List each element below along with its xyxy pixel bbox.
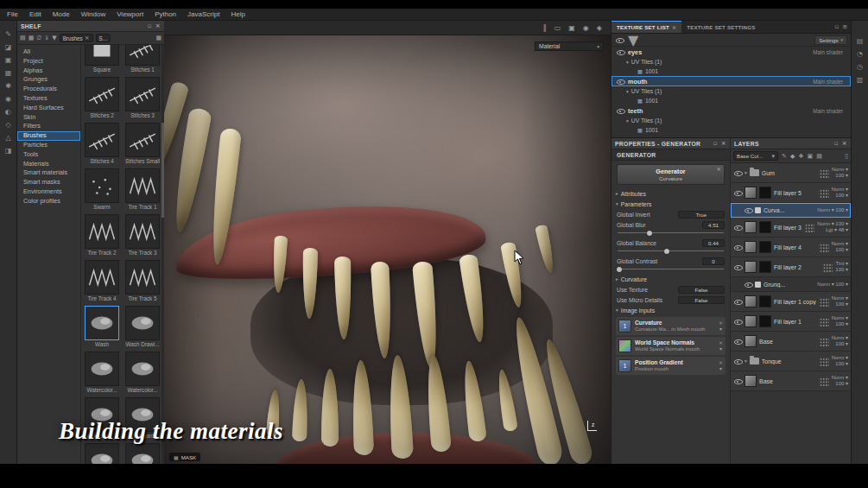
close-panel-icon[interactable]: ×	[155, 22, 161, 29]
stack-icon[interactable]: ▣	[568, 24, 575, 32]
category-skin[interactable]: Skin	[17, 113, 80, 123]
layer-row-fill-layer-4[interactable]: Fill layer 4Norm ▾100 ▾	[731, 238, 851, 257]
visibility-icon[interactable]	[733, 358, 742, 365]
visibility-icon[interactable]	[744, 281, 752, 288]
history-panel-icon[interactable]: ◷	[852, 62, 868, 72]
display-settings-panel-icon[interactable]: ◔	[852, 49, 868, 59]
uv-tile-row[interactable]: ▦1001	[611, 125, 851, 135]
texture-set-mouth[interactable]: mouthMain shader	[611, 76, 851, 86]
category-all[interactable]: All	[17, 48, 80, 57]
visibility-icon[interactable]	[733, 189, 742, 197]
visibility-icon[interactable]	[733, 298, 742, 306]
global-balance-value[interactable]: 0.44	[702, 239, 725, 247]
brush-item[interactable]: Square	[83, 45, 121, 73]
menu-javascript[interactable]: JavaScript	[187, 10, 219, 18]
visibility-icon[interactable]	[733, 377, 742, 385]
filter-funnel-icon[interactable]: ▼	[628, 32, 638, 48]
chevron-down-icon[interactable]: ▾	[744, 358, 747, 364]
layer-row-grung[interactable]: Grung...Norm ▾ 100 ▾	[731, 277, 851, 292]
visibility-icon[interactable]	[616, 48, 624, 56]
chevron-down-icon[interactable]: ▾	[744, 170, 747, 175]
uv-tiles-row[interactable]: ▾UV Tiles (1)	[611, 86, 851, 96]
folder-icon[interactable]: ▤	[20, 35, 26, 41]
category-project[interactable]: Project	[17, 57, 80, 67]
menu-window[interactable]: Window	[81, 10, 105, 18]
brush-item[interactable]: Stitches Small	[124, 123, 162, 165]
material-picker-tool[interactable]: ◇	[0, 120, 16, 130]
opacity-value[interactable]: 100 ▾	[835, 341, 848, 347]
category-filters[interactable]: Filters	[17, 122, 80, 131]
viewport-3d[interactable]: Material ▾ ▦ MASK z	[164, 35, 611, 464]
thumbnail-size-icon[interactable]: ▦	[155, 35, 162, 41]
brush-item[interactable]: Tire Track 1	[124, 168, 162, 211]
projection-tool[interactable]: ▣	[0, 55, 16, 65]
brush-icon[interactable]: ◆	[790, 153, 795, 160]
visibility-icon[interactable]	[733, 244, 742, 251]
channel-filter-dropdown[interactable]: Base Col...▾	[733, 151, 778, 161]
add-layer-icon[interactable]: ▣	[808, 153, 814, 160]
opacity-value[interactable]: 100 ▾	[835, 173, 848, 179]
visibility-icon[interactable]	[616, 107, 624, 115]
search-filter-chip-2[interactable]: S...	[96, 34, 111, 42]
uv-tiles-row[interactable]: ▾UV Tiles (1)	[611, 116, 851, 125]
layer-row-fill-layer-1-copy-1[interactable]: Fill layer 1 copy 1Norm ▾100 ▾	[731, 292, 851, 312]
category-hard-surfaces[interactable]: Hard Surfaces	[17, 104, 80, 113]
search-filter-chip[interactable]: Brushes×	[60, 34, 93, 42]
snapshot-icon[interactable]: ◉	[583, 24, 589, 32]
opacity-value[interactable]: 100 ▾	[835, 267, 848, 273]
visibility-icon[interactable]	[733, 224, 742, 231]
brush-item[interactable]: Wet Hard B...	[83, 443, 121, 464]
visibility-icon[interactable]	[616, 78, 624, 86]
menu-file[interactable]: File	[7, 10, 18, 18]
visibility-icon[interactable]	[615, 36, 624, 44]
chevron-down-icon[interactable]: ▾	[719, 346, 722, 352]
layer-row-fill-layer-3[interactable]: Fill layer 3Norm ▾ 100 ▾Lgt ▾ 48 ▾	[731, 218, 851, 238]
brush-item[interactable]: Tire Track 3	[124, 214, 162, 257]
global-contrast-value[interactable]: 0	[702, 257, 725, 265]
opacity-value[interactable]: 100 ▾	[835, 321, 848, 327]
category-grunges[interactable]: Grunges	[17, 75, 80, 85]
polygon-fill-tool[interactable]: ▦	[0, 68, 16, 78]
paint-brush-tool[interactable]: ✎	[0, 29, 16, 39]
blend-mode[interactable]: Norm ▾ 100 ▾	[817, 221, 848, 227]
blend-mode[interactable]: Norm ▾	[832, 187, 848, 193]
float-panel-icon[interactable]: ▫	[834, 140, 839, 147]
layer-row-tongue[interactable]: ▾TongueNorm ▾100 ▾	[731, 352, 851, 371]
category-color-profiles[interactable]: Color profiles	[17, 197, 80, 206]
image-input-card[interactable]: 1Position GradientPosition mouth×▾	[616, 357, 725, 375]
pencil-icon[interactable]: ✎	[782, 153, 787, 160]
blend-mode[interactable]: Norm ▾	[832, 315, 848, 321]
texture-set-teeth[interactable]: teethMain shader	[611, 105, 851, 116]
texture-set-panel-icon[interactable]: ▤	[852, 36, 868, 46]
brush-item[interactable]: Stitches 3	[124, 77, 162, 119]
visibility-icon[interactable]	[733, 338, 742, 345]
mask-indicator[interactable]: ▦ MASK	[169, 453, 200, 461]
layer-row-gum[interactable]: ▾GumNorm ▾100 ▾	[731, 163, 851, 183]
layer-row-fill-layer-2[interactable]: Fill layer 2Tint ▾100 ▾	[731, 257, 851, 277]
menu-mode[interactable]: Mode	[53, 10, 70, 18]
category-materials[interactable]: Materials	[17, 160, 80, 169]
float-panel-icon[interactable]: ▫	[148, 22, 152, 29]
menu-edit[interactable]: Edit	[29, 10, 41, 18]
category-environments[interactable]: Environments	[17, 187, 80, 197]
visibility-icon[interactable]	[733, 263, 742, 271]
uv-tile-row[interactable]: ▦1001	[611, 67, 851, 76]
clone-tool[interactable]: ◐	[0, 107, 16, 117]
image-input-card[interactable]: 1CurvatureCurvature Ma... m Mesh mouth×▾	[616, 317, 725, 335]
delete-icon[interactable]: ▯	[845, 153, 848, 160]
shader-settings-panel-icon[interactable]: ▥	[852, 75, 868, 85]
hidden-filter-icon[interactable]: ∅	[36, 35, 41, 41]
category-alphas[interactable]: Alphas	[17, 67, 80, 76]
category-brushes[interactable]: Brushes	[17, 131, 80, 141]
close-icon[interactable]: ×	[716, 166, 721, 173]
chevron-down-icon[interactable]: ▾	[719, 326, 722, 332]
use-texture-value[interactable]: False	[678, 286, 725, 294]
slider-handle[interactable]	[664, 249, 669, 254]
pause-icon[interactable]: ‖	[543, 24, 547, 32]
close-icon[interactable]: ×	[842, 140, 847, 147]
float-panel-icon[interactable]: ▫	[834, 23, 839, 30]
visibility-icon[interactable]	[733, 318, 742, 326]
blend-mode[interactable]: Tint ▾	[836, 261, 848, 267]
blend-mode[interactable]: Norm ▾ 100 ▾	[817, 207, 848, 213]
texture-set-eyes[interactable]: eyesMain shader	[611, 47, 851, 57]
